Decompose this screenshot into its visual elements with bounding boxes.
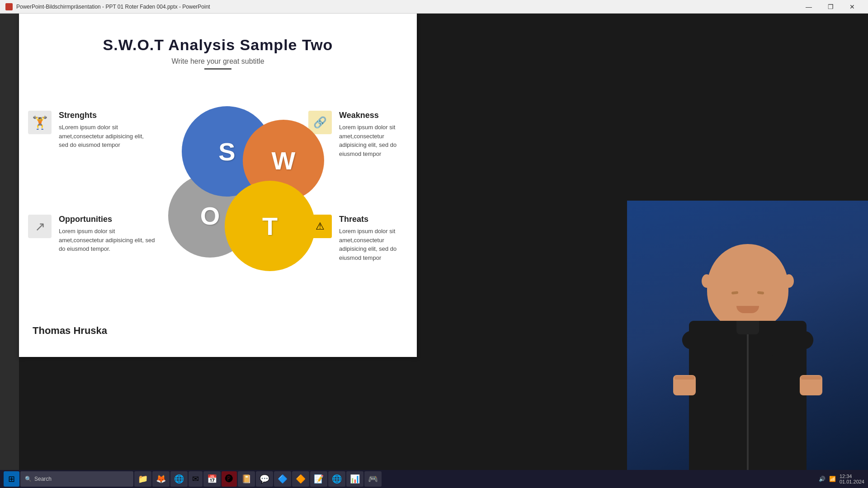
opportunities-icon-box: ↗ — [28, 215, 52, 238]
weakness-icon: 🔗 — [313, 116, 327, 129]
ear-left — [702, 274, 712, 288]
restore-button[interactable]: ❐ — [820, 0, 841, 14]
browser2-btn[interactable]: 🌐 — [328, 471, 345, 487]
presenter-figure — [657, 226, 838, 488]
weakness-text: Weakness Lorem ipsum dolor sit amet,cons… — [339, 111, 408, 158]
opportunities-description: Lorem ipsum dolor sit amet,consectetur a… — [59, 227, 159, 253]
fist-right — [800, 375, 822, 395]
eye-left — [731, 291, 738, 294]
strengths-description: sLorem ipsum dolor sit amet,consectetur … — [59, 123, 150, 150]
threats-text: Threats Lorem ipsum dolor sit amet,conse… — [339, 215, 408, 262]
eye-right — [757, 291, 764, 294]
opportunities-title: Opportunities — [59, 215, 159, 224]
chrome-btn[interactable]: 🌐 — [170, 471, 188, 487]
knuckles-left — [675, 376, 694, 380]
subtitle-divider — [204, 68, 231, 70]
strengths-icon: 🏋 — [32, 115, 48, 130]
strengths-title: Strenghts — [59, 111, 150, 120]
fist-left — [673, 375, 696, 395]
app9-btn[interactable]: 📝 — [310, 471, 327, 487]
outlook-btn[interactable]: ✉ — [189, 471, 203, 487]
minimize-button[interactable]: — — [798, 0, 819, 14]
person-head — [707, 244, 788, 330]
strengths-icon-box: 🏋 — [28, 111, 52, 134]
weakness-block: 🔗 Weakness Lorem ipsum dolor sit amet,co… — [308, 111, 408, 158]
weakness-title: Weakness — [339, 111, 408, 120]
titlebar: PowerPoint-Bildschirmpräsentation - PPT … — [0, 0, 868, 14]
system-tray: 🔊 📶 12:3401.01.2024 — [819, 474, 864, 484]
start-button[interactable]: ⊞ — [4, 471, 19, 487]
threats-description: Lorem ipsum dolor sit amet,consectetur a… — [339, 227, 408, 262]
presenter-video — [627, 201, 868, 488]
app8-btn[interactable]: 🔶 — [292, 471, 309, 487]
circle-t: T — [225, 181, 315, 271]
mouth — [736, 306, 759, 313]
knuckles-right — [801, 376, 821, 380]
titlebar-title: PowerPoint-Bildschirmpräsentation - PPT … — [16, 4, 210, 10]
swot-diagram: S W O T 🏋 Strenghts sLorem ipsum dolor s… — [19, 79, 417, 341]
close-button[interactable]: ✕ — [842, 0, 863, 14]
threats-block: ⚠ Threats Lorem ipsum dolor sit amet,con… — [308, 215, 408, 262]
file-explorer-btn[interactable]: 📁 — [134, 471, 151, 487]
app-icon — [5, 3, 13, 10]
weakness-description: Lorem ipsum dolor sit amet,consectetur a… — [339, 123, 408, 158]
calendar-btn[interactable]: 📅 — [203, 471, 221, 487]
weakness-icon-box: 🔗 — [308, 111, 332, 134]
presenter-name: Thomas Hruska — [33, 325, 107, 337]
slide-subtitle: Write here your great subtitle — [19, 57, 417, 66]
left-sidebar — [0, 14, 19, 470]
app10-btn[interactable]: 🎮 — [364, 471, 382, 487]
window-controls[interactable]: — ❐ ✕ — [798, 0, 863, 14]
tray-icon1: 🔊 — [819, 476, 826, 482]
slide-canvas: S.W.O.T Analysis Sample Two Write here y… — [19, 14, 417, 357]
threats-icon: ⚠ — [316, 221, 325, 232]
telegram-btn[interactable]: 💬 — [256, 471, 273, 487]
powerpoint-btn[interactable]: 🅟 — [222, 471, 237, 487]
strengths-block: 🏋 Strenghts sLorem ipsum dolor sit amet,… — [28, 111, 150, 150]
ear-right — [784, 274, 794, 288]
opportunities-block: ↗ Opportunities Lorem ipsum dolor sit am… — [28, 215, 159, 253]
strengths-text: Strenghts sLorem ipsum dolor sit amet,co… — [59, 111, 150, 150]
search-bar[interactable]: 🔍Search — [20, 471, 133, 487]
opportunities-text: Opportunities Lorem ipsum dolor sit amet… — [59, 215, 159, 253]
app7-btn[interactable]: 🔷 — [274, 471, 291, 487]
tray-icon2: 📶 — [829, 476, 836, 482]
excel-btn[interactable]: 📊 — [346, 471, 363, 487]
opportunities-icon: ↗ — [35, 219, 45, 234]
venn-circles: S W O T — [155, 106, 326, 278]
jacket-collar — [736, 321, 759, 334]
firefox-btn[interactable]: 🦊 — [152, 471, 170, 487]
onenote-btn[interactable]: 📔 — [238, 471, 255, 487]
slide-title: S.W.O.T Analysis Sample Two — [19, 14, 417, 54]
threats-title: Threats — [339, 215, 408, 224]
taskbar: ⊞ 🔍Search 📁 🦊 🌐 ✉ 📅 🅟 📔 💬 🔷 🔶 📝 🌐 📊 🎮 🔊 … — [0, 470, 868, 488]
jacket-zipper — [747, 321, 749, 488]
clock: 12:3401.01.2024 — [840, 474, 864, 484]
